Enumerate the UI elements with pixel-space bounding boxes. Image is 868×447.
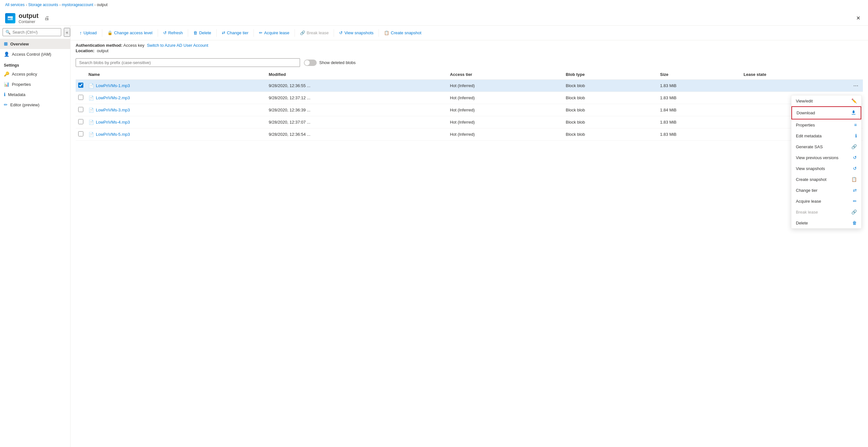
row-checkbox[interactable] — [78, 107, 83, 112]
settings-section-title: Settings — [0, 59, 70, 69]
blob-type: Block blob — [563, 116, 657, 128]
file-icon: 📄 — [89, 95, 94, 101]
context-menu-item-generate-sas[interactable]: Generate SAS 🔗 — [792, 141, 861, 152]
refresh-icon: ↺ — [163, 30, 167, 35]
change-tier-icon: ⇄ — [222, 30, 225, 35]
sidebar-item-access-control[interactable]: 👤 Access Control (IAM) — [0, 49, 70, 59]
modified-date: 9/28/2020, 12:36:39 ... — [266, 104, 447, 116]
blob-table: Name Modified Access tier Blob type Size… — [75, 69, 863, 141]
file-name[interactable]: 📄 LowPriVMs-3.mp3 — [89, 108, 264, 113]
col-modified: Modified — [266, 69, 447, 80]
context-menu-item-delete-ctx[interactable]: Delete 🗑 — [792, 217, 861, 228]
menu-item-icon-create-snapshot-ctx: 📋 — [851, 177, 857, 182]
breadcrumb-all-services[interactable]: All services — [5, 3, 25, 7]
menu-item-label: Properties — [796, 123, 815, 128]
size: 1.83 MiB — [657, 128, 741, 141]
toolbar-sep-2 — [158, 29, 158, 37]
svg-rect-4 — [851, 114, 856, 115]
break-lease-button[interactable]: 🔗 Break lease — [296, 29, 333, 37]
table-row: 📄 LowPriVMs-3.mp3 9/28/2020, 12:36:39 ..… — [75, 104, 863, 116]
breadcrumb-mystorageaccount[interactable]: mystorageaccount — [62, 3, 93, 7]
breadcrumb-current: output — [97, 3, 107, 7]
table-row: 📄 LowPriVMs-4.mp3 9/28/2020, 12:37:07 ..… — [75, 116, 863, 128]
menu-item-icon-properties: ≡ — [854, 122, 857, 128]
sidebar-item-access-policy-label: Access policy — [12, 72, 37, 76]
sidebar-item-metadata-label: Metadata — [8, 92, 25, 97]
context-menu-item-view-snapshots-ctx[interactable]: View snapshots ↺ — [792, 163, 861, 174]
menu-item-icon-break-lease-ctx: 🔗 — [851, 209, 857, 214]
sidebar-item-properties[interactable]: 📊 Properties — [0, 79, 70, 89]
menu-item-icon-download — [851, 110, 856, 116]
modified-date: 9/28/2020, 12:36:55 ... — [266, 80, 447, 92]
change-tier-button[interactable]: ⇄ Change tier — [218, 29, 252, 37]
menu-item-label: Generate SAS — [796, 144, 823, 149]
collapse-button[interactable]: « — [64, 28, 70, 37]
content-area: ↑ Upload 🔒 Change access level ↺ Refresh… — [70, 26, 868, 447]
menu-item-icon-edit-metadata: ℹ — [855, 133, 857, 138]
create-snapshot-button[interactable]: 📋 Create snapshot — [380, 29, 425, 37]
view-snapshots-button[interactable]: ↺ View snapshots — [335, 29, 377, 37]
context-menu-item-view-previous[interactable]: View previous versions ↺ — [792, 152, 861, 163]
context-menu-item-acquire-lease-ctx[interactable]: Acquire lease ✏ — [792, 196, 861, 207]
sidebar-item-access-policy[interactable]: 🔑 Access policy — [0, 69, 70, 79]
menu-item-icon-view-previous: ↺ — [853, 155, 857, 160]
print-icon[interactable]: 🖨 — [44, 15, 49, 21]
context-menu-item-change-tier-ctx[interactable]: Change tier ⇄ — [792, 185, 861, 196]
context-menu-item-create-snapshot-ctx[interactable]: Create snapshot 📋 — [792, 174, 861, 185]
refresh-button[interactable]: ↺ Refresh — [159, 29, 187, 37]
table-row: 📄 LowPriVMs-5.mp3 9/28/2020, 12:36:54 ..… — [75, 128, 863, 141]
row-checkbox[interactable] — [78, 131, 83, 136]
col-checkbox — [75, 69, 86, 80]
context-menu-item-edit-metadata[interactable]: Edit metadata ℹ — [792, 130, 861, 141]
delete-button[interactable]: 🗑 Delete — [189, 29, 215, 37]
file-icon: 📄 — [89, 132, 94, 137]
context-menu-item-properties[interactable]: Properties ≡ — [792, 119, 861, 130]
container-icon — [5, 13, 16, 23]
auth-link[interactable]: Switch to Azure AD User Account — [147, 43, 208, 48]
file-name[interactable]: 📄 LowPriVMs-2.mp3 — [89, 95, 264, 101]
col-lease-state: Lease state — [741, 69, 849, 80]
file-name[interactable]: 📄 LowPriVMs-4.mp3 — [89, 120, 264, 125]
row-checkbox[interactable] — [78, 82, 83, 88]
menu-item-label: View/edit — [796, 99, 813, 103]
modified-date: 9/28/2020, 12:36:54 ... — [266, 128, 447, 141]
page-title: output — [19, 12, 38, 20]
blob-search-input[interactable] — [75, 58, 300, 67]
size: 1.84 MiB — [657, 104, 741, 116]
lease-state — [741, 80, 849, 92]
file-name[interactable]: 📄 LowPriVMs-1.mp3 — [89, 83, 264, 89]
acquire-lease-button[interactable]: ✏ Acquire lease — [255, 29, 293, 37]
toolbar-sep-1 — [102, 29, 102, 37]
toggle-knob — [305, 60, 310, 65]
table-row: 📄 LowPriVMs-2.mp3 9/28/2020, 12:37:12 ..… — [75, 92, 863, 104]
overview-icon: ⊞ — [4, 41, 8, 46]
row-checkbox[interactable] — [78, 119, 83, 124]
sidebar-item-overview[interactable]: ⊞ Overview — [0, 39, 70, 49]
page-header: output Container 🖨 ✕ — [0, 10, 868, 26]
context-menu-item-view-edit[interactable]: View/edit ✏️ — [792, 95, 861, 106]
iam-icon: 👤 — [4, 51, 9, 57]
close-button[interactable]: ✕ — [854, 14, 863, 23]
show-deleted-toggle[interactable] — [304, 60, 317, 66]
file-icon: 📄 — [89, 108, 94, 113]
file-name[interactable]: 📄 LowPriVMs-5.mp3 — [89, 132, 264, 137]
sidebar-item-metadata[interactable]: ℹ Metadata — [0, 89, 70, 100]
blob-type: Block blob — [563, 92, 657, 104]
size: 1.83 MiB — [657, 116, 741, 128]
context-menu-item-download[interactable]: Download — [792, 106, 861, 119]
menu-item-label: Break lease — [796, 210, 818, 214]
breadcrumb-storage-accounts[interactable]: Storage accounts — [28, 3, 58, 7]
location-value: output — [97, 48, 108, 53]
breadcrumb: All services › Storage accounts › mystor… — [0, 0, 868, 10]
search-input[interactable] — [12, 30, 58, 35]
break-lease-icon: 🔗 — [300, 30, 305, 35]
access-tier: Hot (Inferred) — [447, 128, 563, 141]
location-label: Location: — [75, 48, 95, 53]
upload-button[interactable]: ↑ Upload — [75, 28, 101, 37]
change-access-button[interactable]: 🔒 Change access level — [103, 29, 156, 37]
sidebar-item-editor[interactable]: ✏ Editor (preview) — [0, 100, 70, 110]
menu-item-label: View snapshots — [796, 166, 825, 171]
row-checkbox[interactable] — [78, 95, 83, 100]
more-button[interactable]: ⋯ — [851, 82, 860, 89]
toolbar: ↑ Upload 🔒 Change access level ↺ Refresh… — [70, 26, 868, 40]
